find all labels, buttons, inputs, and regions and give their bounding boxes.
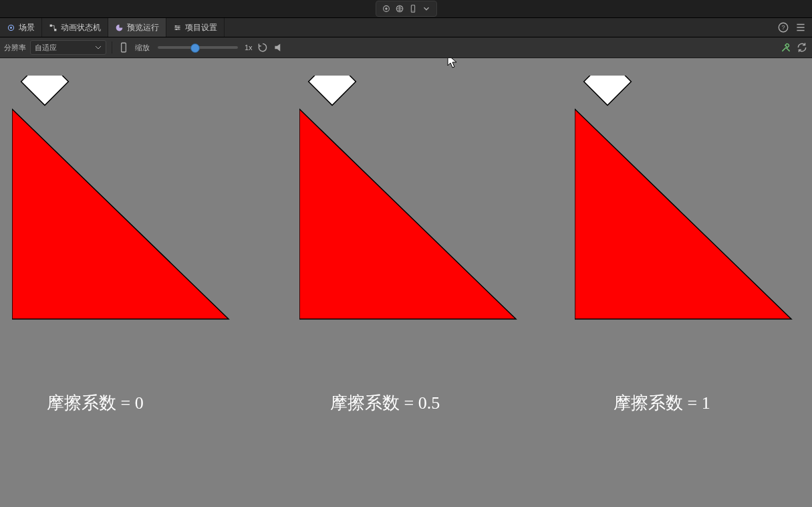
tab-anim-label: 动画状态机 [61,22,101,33]
svg-point-9 [175,25,176,27]
cursor-icon [447,58,459,70]
tabbar-right: ? [772,18,812,37]
tab-project[interactable]: 项目设置 [166,18,225,37]
chevron-down-icon [95,44,102,51]
separator [112,41,112,54]
phone-icon[interactable] [408,4,418,13]
caption-3: 摩擦系数 = 1 [614,391,710,415]
svg-rect-18 [309,76,356,105]
refresh-icon[interactable] [796,41,808,54]
record-icon[interactable] [382,4,391,13]
titlebar-controls [376,1,437,17]
svg-marker-19 [575,109,791,319]
help-icon[interactable]: ? [777,21,789,33]
resolution-select[interactable]: 自适应 [30,40,106,55]
simulation-2 [299,76,520,323]
replay-icon[interactable] [257,41,269,54]
tools-icon[interactable] [780,41,792,54]
anim-icon [49,23,57,32]
svg-rect-16 [21,76,69,105]
tab-scene[interactable]: 场景 [0,18,42,37]
preview-icon [115,23,124,32]
ramp-icon [299,76,520,323]
tab-project-label: 项目设置 [185,22,217,33]
titlebar [0,0,812,17]
tab-scene-label: 场景 [19,22,35,33]
preview-viewport: 摩擦系数 = 0 摩擦系数 = 0.5 摩擦系数 = 1 [0,58,812,507]
svg-point-6 [10,27,12,29]
tab-preview-label: 预览运行 [127,22,159,33]
svg-marker-17 [299,109,516,319]
menu-icon[interactable] [795,21,807,33]
svg-rect-7 [50,24,52,26]
svg-point-10 [178,27,179,28]
chevron-down-icon[interactable] [422,4,431,13]
svg-point-11 [176,28,177,29]
ramp-icon [575,76,795,323]
svg-rect-8 [54,29,56,31]
scene-icon [7,23,15,32]
simulation-3 [575,76,795,323]
svg-rect-14 [122,43,126,52]
tabbar-spacer [225,18,772,37]
svg-rect-20 [584,76,632,105]
settings-icon [173,23,182,32]
resolution-label: 分辨率 [4,43,26,53]
tab-preview[interactable]: 预览运行 [108,18,166,37]
caption-1: 摩擦系数 = 0 [47,391,144,415]
device-icon[interactable] [118,41,130,54]
globe-icon[interactable] [395,4,404,13]
tab-anim[interactable]: 动画状态机 [42,18,108,37]
svg-marker-15 [12,109,229,319]
volume-icon[interactable] [273,41,285,54]
resolution-value: 自适应 [35,43,92,53]
zoom-slider-knob[interactable] [190,43,200,53]
svg-point-1 [385,7,388,10]
ramp-icon [12,76,233,323]
caption-2: 摩擦系数 = 0.5 [330,391,440,415]
simulation-1 [12,76,233,323]
zoom-slider[interactable] [158,46,238,49]
zoom-label: 缩放 [134,43,151,53]
svg-text:?: ? [781,24,785,31]
svg-point-4 [412,11,413,11]
preview-toolbar: 分辨率 自适应 缩放 1x [0,37,812,58]
tabbar: 场景 动画状态机 预览运行 项目设置 ? [0,17,812,37]
zoom-value: 1x [245,43,253,52]
